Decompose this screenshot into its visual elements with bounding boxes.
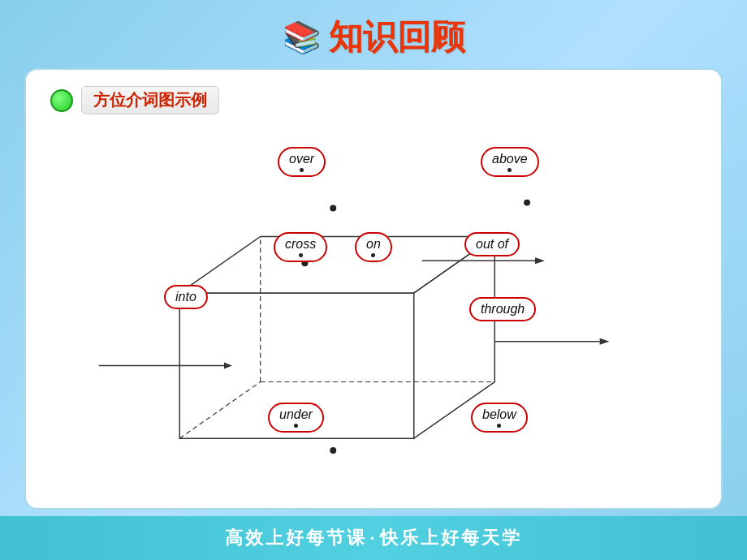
svg-marker-11 <box>600 338 610 345</box>
svg-marker-9 <box>535 257 545 264</box>
header-title: 知识回顾 <box>329 15 465 60</box>
diagram-area: over above cross on out of into <box>50 127 697 476</box>
svg-point-16 <box>524 200 530 206</box>
books-icon: 📚 <box>283 19 321 55</box>
header: 📚 知识回顾 <box>0 0 747 68</box>
badge-on: on <box>355 232 392 262</box>
green-circle-icon <box>50 89 73 112</box>
box-diagram-svg <box>50 127 697 476</box>
badge-through: through <box>469 297 536 321</box>
svg-point-14 <box>330 447 336 454</box>
footer-text: 高效上好每节课·快乐上好每天学 <box>225 526 523 550</box>
section-label-container: 方位介词图示例 <box>50 86 697 114</box>
footer: 高效上好每节课·快乐上好每天学 <box>0 516 747 560</box>
badge-outof: out of <box>464 232 520 256</box>
badge-below: below <box>471 403 528 433</box>
svg-point-15 <box>330 205 336 212</box>
badge-into: into <box>164 285 208 309</box>
badge-over: over <box>278 147 326 177</box>
section-label-text: 方位介词图示例 <box>81 86 219 114</box>
main-container: 📚 知识回顾 方位介词图示例 <box>0 0 747 560</box>
badge-cross: cross <box>274 232 327 262</box>
badge-above: above <box>481 147 539 177</box>
content-card: 方位介词图示例 <box>24 68 723 510</box>
badge-under: under <box>268 403 324 433</box>
